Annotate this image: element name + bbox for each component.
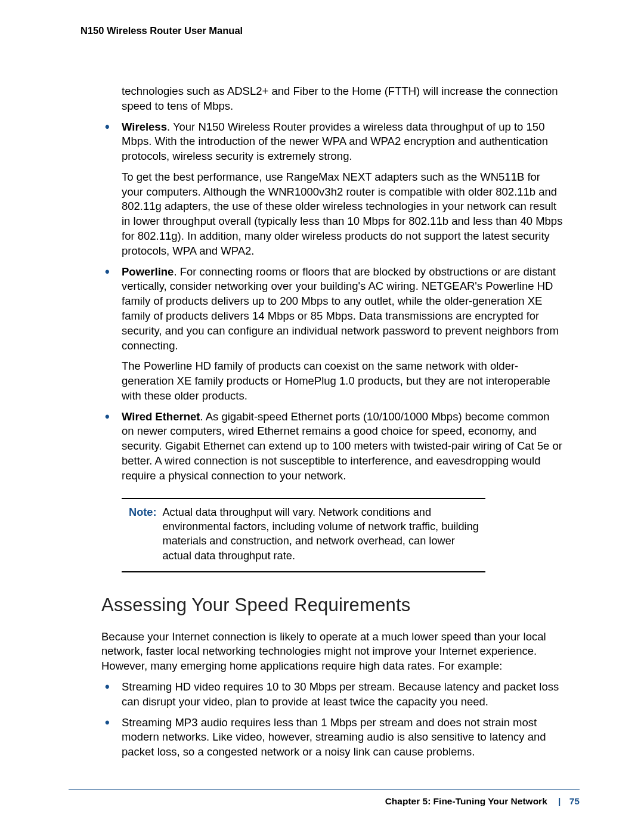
note-content: Note: Actual data throughput will vary. … [122,499,485,572]
footer-page-number: 75 [569,796,580,806]
continued-paragraph: technologies such as ADSL2+ and Fiber to… [122,84,564,114]
section-intro: Because your Internet connection is like… [101,630,564,674]
bullet-powerline-lead-para: Powerline. For connecting rooms or floor… [122,265,564,354]
note-text: Actual data throughput will vary. Networ… [162,505,485,563]
bullet-wireless-lead-para: Wireless. Your N150 Wireless Router prov… [122,120,564,164]
bullet-powerline: Powerline. For connecting rooms or floor… [101,265,564,404]
bullet-wired-ethernet: Wired Ethernet. As gigabit-speed Etherne… [101,410,564,484]
page-footer: Chapter 5: Fine-Tuning Your Network | 75 [69,789,580,807]
note-rule-bottom [122,571,485,572]
bullet-mp3-audio-text: Streaming MP3 audio requires less than 1… [122,716,564,760]
section-heading-assessing-speed: Assessing Your Speed Requirements [101,593,564,618]
bullet-wireless-para-1: To get the best performance, use RangeMa… [122,170,564,259]
bullet-hd-video: Streaming HD video requires 10 to 30 Mbp… [101,680,564,710]
bullet-powerline-para-1: The Powerline HD family of products can … [122,359,564,403]
note-label: Note: [129,505,156,563]
footer-separator: | [558,796,561,806]
body-block: technologies such as ADSL2+ and Fiber to… [101,84,564,760]
note-box: Note: Actual data throughput will vary. … [122,498,485,573]
page: N150 Wireless Router User Manual technol… [0,0,644,833]
bullet-list-1: Wireless. Your N150 Wireless Router prov… [101,120,564,484]
bullet-wireless: Wireless. Your N150 Wireless Router prov… [101,120,564,259]
bullet-wired-lead-para: Wired Ethernet. As gigabit-speed Etherne… [122,410,564,484]
bullet-powerline-text: . For connecting rooms or floors that ar… [122,265,559,352]
bullet-wired-lead: Wired Ethernet [122,410,200,423]
bullet-hd-video-text: Streaming HD video requires 10 to 30 Mbp… [122,680,564,710]
footer-chapter-label: Chapter 5: Fine-Tuning Your Network [385,796,547,806]
bullet-wireless-text: . Your N150 Wireless Router provides a w… [122,120,548,163]
manual-title: N150 Wireless Router User Manual [80,25,584,36]
bullet-powerline-lead: Powerline [122,265,174,278]
bullet-mp3-audio: Streaming MP3 audio requires less than 1… [101,716,564,760]
bullet-wireless-lead: Wireless [122,120,167,133]
bullet-list-2: Streaming HD video requires 10 to 30 Mbp… [101,680,564,760]
